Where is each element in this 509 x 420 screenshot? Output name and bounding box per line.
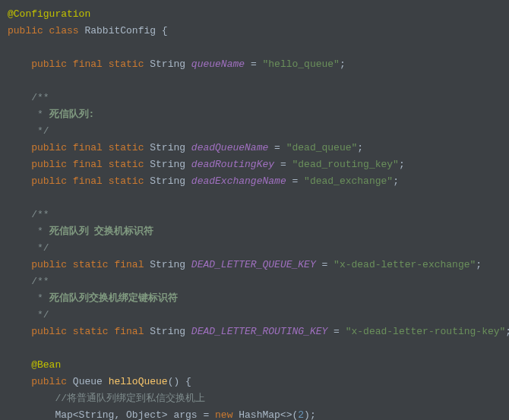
code-line: */	[8, 242, 49, 254]
code-token: *	[8, 226, 49, 237]
code-token: 死信队列 交换机标识符	[49, 226, 154, 237]
code-line: */	[8, 309, 49, 321]
code-line: //将普通队列绑定到私信交换机上	[8, 393, 205, 404]
code-token: DEAD_LETTER_ROUTING_KEY	[191, 326, 327, 337]
code-token	[8, 159, 31, 170]
code-line: /**	[8, 276, 49, 287]
code-token: ;	[399, 159, 405, 170]
code-token: "hello_queue"	[262, 58, 339, 70]
code-token: new	[215, 409, 239, 420]
code-token	[8, 326, 31, 337]
code-editor[interactable]: @Configuration public class RabbitConfig…	[8, 6, 501, 420]
code-token: */	[8, 125, 49, 137]
code-token	[8, 276, 31, 287]
code-token: public final static	[31, 175, 150, 187]
code-line: @Configuration	[8, 8, 90, 20]
code-token: =	[286, 175, 304, 187]
code-token: String	[150, 159, 191, 170]
code-token: =	[245, 58, 262, 70]
code-token: "dead_routing_key"	[292, 159, 398, 170]
code-token: RabbitConfig	[84, 25, 161, 36]
code-token	[8, 359, 31, 371]
code-token	[8, 209, 31, 220]
code-token: );	[304, 409, 316, 420]
code-token: ;	[505, 326, 509, 337]
code-token: queueName	[191, 58, 245, 70]
code-token: () {	[168, 376, 191, 387]
code-line: public static final String DEAD_LETTER_R…	[8, 326, 509, 337]
code-token: Map<String, Object> args =	[8, 409, 215, 420]
code-token: =	[327, 326, 345, 337]
code-line: public final static String queueName = "…	[8, 58, 346, 70]
code-token: public class	[8, 25, 84, 36]
code-token: helloQueue	[109, 376, 168, 387]
code-token: =	[316, 259, 334, 270]
code-token: String	[150, 259, 191, 270]
code-token: public	[31, 376, 73, 387]
code-token	[8, 58, 31, 70]
code-token	[8, 376, 31, 387]
code-token: */	[8, 242, 49, 254]
code-token	[8, 259, 31, 270]
code-line: Map<String, Object> args = new HashMap<>…	[8, 409, 316, 420]
code-token: DEAD_LETTER_QUEUE_KEY	[191, 259, 316, 270]
code-token: //将普通队列绑定到私信交换机上	[55, 393, 205, 404]
code-token: ;	[393, 175, 399, 187]
code-token: "x-dead-letter-routing-key"	[346, 326, 506, 337]
code-token: public final static	[31, 159, 150, 170]
code-token: Queue	[73, 376, 109, 387]
code-token: /**	[31, 209, 49, 220]
code-token: "dead_queue"	[286, 142, 358, 153]
code-token: public static final	[31, 259, 150, 270]
code-token: 死信队列交换机绑定键标识符	[49, 292, 178, 304]
code-line: * 死信队列交换机绑定键标识符	[8, 292, 178, 304]
code-token: *	[8, 292, 49, 304]
code-token: {	[162, 25, 168, 36]
code-token: String	[150, 326, 191, 337]
code-token: 死信队列:	[49, 109, 95, 120]
code-token: *	[8, 109, 49, 120]
code-token: ;	[357, 142, 363, 153]
code-token: public final static	[31, 58, 150, 70]
code-line: public Queue helloQueue() {	[8, 376, 191, 387]
code-token: /**	[31, 276, 49, 287]
code-token: "dead_exchange"	[304, 175, 393, 187]
code-token: deadQueueName	[191, 142, 268, 153]
code-line: */	[8, 125, 49, 137]
code-line: * 死信队列:	[8, 109, 94, 120]
code-token: String	[150, 175, 191, 187]
code-line: public class RabbitConfig {	[8, 25, 168, 36]
code-token: deadExchangeName	[191, 175, 286, 187]
code-line: @Bean	[8, 359, 61, 371]
code-token: ;	[476, 259, 482, 270]
code-token	[8, 92, 31, 103]
code-line: /**	[8, 92, 49, 103]
code-token	[8, 393, 55, 404]
code-token: public final static	[31, 142, 150, 153]
code-token: String	[150, 58, 191, 70]
code-token	[8, 142, 31, 153]
code-line: public static final String DEAD_LETTER_Q…	[8, 259, 482, 270]
code-line: public final static String deadQueueName…	[8, 142, 363, 153]
code-token: /**	[31, 92, 49, 103]
code-token: deadRoutingKey	[191, 159, 274, 170]
code-line: public final static String deadRoutingKe…	[8, 159, 405, 170]
code-token: @Bean	[31, 359, 61, 371]
code-token: HashMap<>(	[239, 409, 298, 420]
code-token: =	[274, 159, 292, 170]
code-token: String	[150, 142, 191, 153]
code-token: "x-dead-letter-exchange"	[334, 259, 476, 270]
code-token: @Configuration	[8, 8, 90, 20]
code-line: /**	[8, 209, 49, 220]
code-token: */	[8, 309, 49, 321]
code-token	[8, 175, 31, 187]
code-token: ;	[340, 58, 346, 70]
code-line: * 死信队列 交换机标识符	[8, 226, 153, 237]
code-line: public final static String deadExchangeN…	[8, 175, 399, 187]
code-token: 2	[298, 409, 304, 420]
code-token: public static final	[31, 326, 150, 337]
code-token: =	[268, 142, 286, 153]
